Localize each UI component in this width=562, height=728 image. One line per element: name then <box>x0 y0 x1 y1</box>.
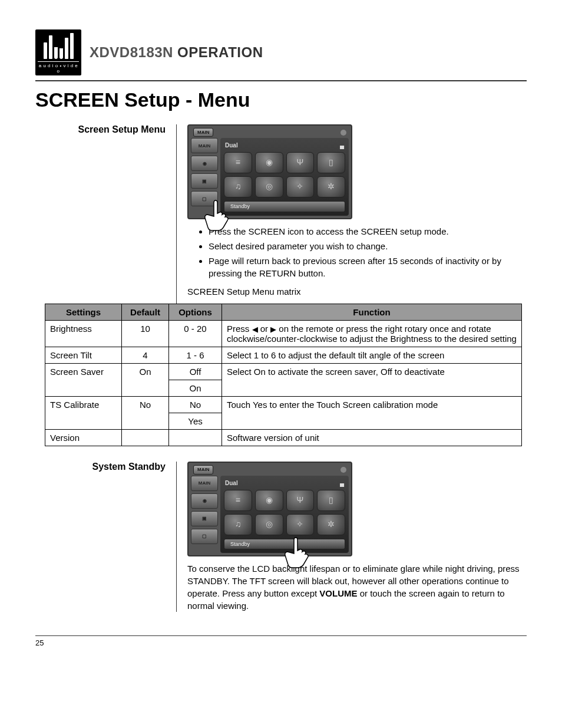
aux-icon: ♫ <box>224 514 252 535</box>
fn-text: or <box>258 324 271 334</box>
cell-function: Select 1 to 6 to adjust the default tilt… <box>222 347 522 364</box>
section-label-screen-setup: Screen Setup Menu <box>35 124 177 304</box>
section-system-standby: System Standby MAIN MAIN ◉ ▣ ▢ Dual ▄ <box>35 462 527 612</box>
cell-setting: Version <box>45 430 122 446</box>
logo-subtext: a u d i o • v i d e o <box>38 61 79 74</box>
disc-icon: ◉ <box>255 490 283 511</box>
camera-icon: ◎ <box>255 514 283 535</box>
cell-function: Press ◀ or ▶ on the remote or press the … <box>222 320 522 347</box>
usb-icon: Ψ <box>286 490 315 511</box>
cell-option: 1 - 6 <box>169 347 222 364</box>
sidebar-screen-icon: ▢ <box>191 191 218 206</box>
cell-default: On <box>122 364 169 397</box>
device-tab-main: MAIN <box>193 465 213 474</box>
section-content-standby: MAIN MAIN ◉ ▣ ▢ Dual ▄ ≡ ◉ <box>177 462 527 612</box>
usb-icon: Ψ <box>286 152 315 173</box>
camera-icon: ◎ <box>255 176 283 197</box>
section-name: OPERATION <box>177 44 263 60</box>
page-heading: SCREEN Setup - Menu <box>35 88 527 111</box>
table-row: TS Calibrate No No Touch Yes to enter th… <box>45 397 522 413</box>
doc-title: XDVD8183N OPERATION <box>90 44 263 61</box>
bullet-item: Page will return back to previous screen… <box>209 255 527 279</box>
logo-bars-icon <box>44 32 74 59</box>
sidebar-main-button: MAIN <box>191 138 218 153</box>
header-rule <box>35 80 527 81</box>
cell-default <box>122 430 169 446</box>
device-brand: Dual <box>225 479 238 487</box>
cell-function: Software version of unit <box>222 430 522 446</box>
bluetooth-icon: ✲ <box>317 176 345 197</box>
cell-option: On <box>169 380 222 397</box>
model-number: XDVD8183N <box>90 44 173 60</box>
left-arrow-icon: ◀ <box>252 325 258 334</box>
cell-option: Yes <box>169 413 222 430</box>
device-screenshot-2: MAIN MAIN ◉ ▣ ▢ Dual ▄ ≡ ◉ <box>187 462 352 556</box>
page-number: 25 <box>35 635 527 647</box>
cell-default: 4 <box>122 347 169 364</box>
radio-icon: ≡ <box>224 490 252 511</box>
cell-setting: Screen Tilt <box>45 347 122 364</box>
folder-icon: ▄ <box>340 141 344 150</box>
nav-icon: ✧ <box>286 176 315 197</box>
section-label-standby: System Standby <box>35 462 177 612</box>
cell-default: No <box>122 397 169 430</box>
cell-option <box>169 430 222 446</box>
disc-icon: ◉ <box>255 152 283 173</box>
cell-function: Select On to activate the screen saver, … <box>222 364 522 397</box>
sidebar-disc-icon: ◉ <box>191 156 218 171</box>
th-settings: Settings <box>45 304 122 320</box>
device-icon-grid: ≡ ◉ Ψ ▯ ♫ ◎ ✧ ✲ <box>224 152 345 197</box>
sidebar-main-button: MAIN <box>191 476 218 491</box>
matrix-caption: SCREEN Setup Menu matrix <box>187 285 527 298</box>
bullet-item: Select desired parameter you wish to cha… <box>209 240 527 252</box>
cell-setting: Brightness <box>45 320 122 347</box>
bullet-item: Press the SCREEN icon to access the SCRE… <box>209 225 527 238</box>
sidebar-screen-icon: ▢ <box>191 529 218 544</box>
bluetooth-icon: ✲ <box>317 514 345 535</box>
cell-setting: Screen Saver <box>45 364 122 397</box>
aux-icon: ♫ <box>224 176 252 197</box>
radio-icon: ≡ <box>224 152 252 173</box>
standby-paragraph: To conserve the LCD backlight lifespan o… <box>187 562 527 612</box>
table-row: Brightness 10 0 - 20 Press ◀ or ▶ on the… <box>45 320 522 347</box>
cell-option: No <box>169 397 222 413</box>
standby-button: Standby <box>224 539 345 550</box>
standby-button: Standby <box>224 201 345 212</box>
para-bold: VOLUME <box>319 588 357 598</box>
right-arrow-icon: ▶ <box>270 325 276 334</box>
sidebar-av-icon: ▣ <box>191 511 218 526</box>
device-sidebar: MAIN ◉ ▣ ▢ <box>191 138 218 216</box>
device-sidebar: MAIN ◉ ▣ ▢ <box>191 476 218 554</box>
instruction-list: Press the SCREEN icon to access the SCRE… <box>187 225 527 279</box>
folder-icon: ▄ <box>340 479 344 487</box>
device-screenshot-1: MAIN MAIN ◉ ▣ ▢ Dual ▄ ≡ ◉ <box>187 124 352 219</box>
cell-option: 0 - 20 <box>169 320 222 347</box>
bluetooth-indicator-icon <box>340 467 346 473</box>
section-screen-setup: Screen Setup Menu MAIN MAIN ◉ ▣ ▢ Dual ▄ <box>35 124 527 304</box>
dual-logo: a u d i o • v i d e o <box>35 29 81 75</box>
table-header-row: Settings Default Options Function <box>45 304 522 320</box>
bluetooth-indicator-icon <box>340 130 346 136</box>
section-content-screen-setup: MAIN MAIN ◉ ▣ ▢ Dual ▄ ≡ ◉ <box>177 124 527 304</box>
cell-option: Off <box>169 364 222 380</box>
sidebar-av-icon: ▣ <box>191 173 218 189</box>
nav-icon: ✧ <box>286 514 315 535</box>
table-row: Screen Tilt 4 1 - 6 Select 1 to 6 to adj… <box>45 347 522 364</box>
cell-function: Touch Yes to enter the Touch Screen cali… <box>222 397 522 430</box>
doc-header: a u d i o • v i d e o XDVD8183N OPERATIO… <box>35 29 527 75</box>
sidebar-disc-icon: ◉ <box>191 493 218 509</box>
th-options: Options <box>169 304 222 320</box>
settings-matrix-table: Settings Default Options Function Bright… <box>45 304 522 447</box>
ipod-icon: ▯ <box>317 490 345 511</box>
ipod-icon: ▯ <box>317 152 345 173</box>
th-default: Default <box>122 304 169 320</box>
cell-setting: TS Calibrate <box>45 397 122 430</box>
table-row: Screen Saver On Off Select On to activat… <box>45 364 522 380</box>
table-row: Version Software version of unit <box>45 430 522 446</box>
device-brand: Dual <box>225 141 238 150</box>
cell-default: 10 <box>122 320 169 347</box>
th-function: Function <box>222 304 522 320</box>
device-icon-grid: ≡ ◉ Ψ ▯ ♫ ◎ ✧ ✲ <box>224 490 345 535</box>
device-tab-main: MAIN <box>193 128 213 137</box>
fn-text: Press <box>227 324 252 334</box>
